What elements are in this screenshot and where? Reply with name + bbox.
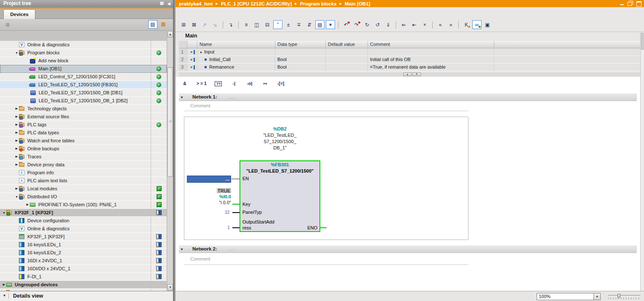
restore-icon[interactable] xyxy=(628,1,633,6)
tree-item-led-testled-s7-1200-1500-db-db1[interactable]: LED_TestLED_S7_1200/1500_DB [DB1] xyxy=(0,89,167,97)
tree-item-program-info[interactable]: iProgram info xyxy=(0,169,167,177)
tree-item-led-testled-s7-1200-1500-db-1-db2[interactable]: LED_TestLED_S7_1200/1500_DB_1 [DB2] xyxy=(0,97,167,105)
collapse-panel-icon[interactable]: ◀ xyxy=(167,0,170,7)
tree-item-kp32f-1-kp32f[interactable]: KP32F_1 [KP32F]! xyxy=(0,233,167,241)
expand-arrow-icon[interactable]: ▼ xyxy=(2,211,6,214)
insert-network-icon[interactable]: ⊞ xyxy=(179,20,188,29)
snapshots-icon[interactable]: ▣ xyxy=(483,20,492,29)
en-operand-input[interactable]: ... xyxy=(187,176,231,183)
split-editor-vertical-icon[interactable]: ⊟ xyxy=(263,20,272,29)
cell-comment[interactable]: Initial call of this OB xyxy=(368,56,494,64)
collapse-network-icon[interactable]: ▼ xyxy=(180,248,184,251)
network-1-comment[interactable]: Comment xyxy=(190,103,210,108)
call-hierarchy-icon[interactable]: ⇤ xyxy=(410,20,419,29)
tree-item-plc-data-types[interactable]: ▶PLC data types xyxy=(0,129,167,137)
update-block-calls-icon[interactable]: ↻ xyxy=(362,20,372,29)
expand-arrow-icon[interactable]: ▼ xyxy=(14,195,19,198)
favorite-instruction-[interactable]: & xyxy=(179,78,191,89)
align-operands-icon[interactable]: ≡ xyxy=(242,20,251,29)
cell-default-value[interactable] xyxy=(326,56,368,64)
paneltyp-operand[interactable]: 32 xyxy=(187,209,230,215)
breadcrumb-item-praktyka4-hmi[interactable]: praktyka4_hmi xyxy=(179,1,213,6)
expand-all-networks-icon[interactable]: ⇵ xyxy=(305,20,314,29)
network-1-header[interactable]: ▼ Network 1: ..... xyxy=(179,93,637,101)
fb-call-block[interactable]: %FB301 "LED_TestLED_S7_1200/1500" EN Key… xyxy=(240,160,320,232)
tree-item-16-keys-leds-1[interactable]: 16 keys/LEDs_1! xyxy=(0,241,167,249)
network-2-header[interactable]: ▼ Network 2: ..... xyxy=(179,245,637,253)
tree-item-f-di-1[interactable]: F-DI_1! xyxy=(0,273,167,281)
column-header-default-value[interactable]: Default value xyxy=(326,41,368,48)
expand-arrow-icon[interactable]: ▶ xyxy=(14,155,19,158)
open-editors-icon[interactable]: ▦ xyxy=(159,20,168,29)
instance-db-reference[interactable]: %DB2 "LED_TestLED_ S7_1200/1500_ DB_1" xyxy=(239,126,321,151)
tree-item-led-control-s7-1200-1500-fc301[interactable]: LED_Control_S7_1200/1500 [FC301] xyxy=(0,73,167,81)
expand-arrow-icon[interactable]: ▶ xyxy=(14,123,19,126)
tree-item-kp32f-1-kp32f[interactable]: ▼KP32F_1 [KP32F]! xyxy=(0,209,167,217)
column-header-data-type[interactable]: Data type xyxy=(275,41,326,48)
display-format-toggle-icon[interactable]: ▤ xyxy=(315,20,325,29)
column-header-name[interactable]: Name xyxy=(197,41,275,48)
breadcrumb-item-program-blocks[interactable]: Program blocks xyxy=(300,1,337,6)
collapse-network-icon[interactable]: ▼ xyxy=(180,96,184,99)
table-row[interactable]: 3◄RemanenceBool=True, if remanent data a… xyxy=(179,64,640,71)
splitter-down-icon[interactable]: ▼ xyxy=(412,72,421,76)
tree-item-16di-x-24vdc-1[interactable]: 16DI x 24VDC_1! xyxy=(0,257,167,265)
tree-item-16di-do-x-24vdc-1[interactable]: 16DI/DO x 24VDC_1! xyxy=(0,265,167,273)
tree-item-ungrouped-devices[interactable]: ▶Ungrouped devices xyxy=(0,281,167,289)
pin-en[interactable]: EN xyxy=(242,176,249,181)
tab-devices[interactable]: Devices xyxy=(3,9,35,19)
scroll-down-icon[interactable]: ▼ xyxy=(168,284,173,290)
maximize-icon[interactable] xyxy=(636,1,641,6)
expand-arrow-icon[interactable]: ▶ xyxy=(14,131,19,134)
cut-network-icon[interactable]: × xyxy=(420,20,429,29)
expand-operands-icon[interactable]: ± xyxy=(284,20,293,29)
table-splitter[interactable]: ▲ ▼ xyxy=(179,72,640,76)
cell-name[interactable]: Remanence xyxy=(197,64,275,71)
favorite-instruction-[interactable]: -[=] xyxy=(275,78,287,89)
cell-comment[interactable] xyxy=(368,48,494,56)
add-row-icon[interactable]: ⇘ xyxy=(210,20,220,29)
favorite-instruction-o[interactable]: -o| xyxy=(244,78,255,89)
expand-arrow-icon[interactable]: ▶ xyxy=(14,107,19,110)
monitoring-toggle-icon[interactable]: ∞ xyxy=(472,20,482,29)
table-row[interactable]: 2◄Initial_CallBoolInitial call of this O… xyxy=(179,56,640,64)
breadcrumb-item-plc-1-cpu-1212c-ac-dc-rly[interactable]: PLC_1 [CPU 1212C AC/DC/Rly] xyxy=(221,1,292,6)
tree-item-16-keys-leds-2[interactable]: 16 keys/LEDs_2! xyxy=(0,249,167,257)
favorites-display-toggle-icon[interactable]: ✶ xyxy=(326,20,335,29)
pin-paneltyp[interactable]: PanelTyp xyxy=(242,210,262,215)
previous-error-icon[interactable]: ↶ xyxy=(341,20,351,29)
tree-item-profinet-io-system-100-pn-ie-1[interactable]: ▶PROFINET IO-System (100): PN/IE_1✓ xyxy=(0,201,167,209)
access-protection-icon[interactable]: K xyxy=(462,20,471,29)
tree-item-plc-tags[interactable]: ▶PLC tags xyxy=(0,121,167,129)
favorite-instruction-[interactable]: ↦ xyxy=(259,78,271,89)
pin-key[interactable]: Key xyxy=(242,202,250,207)
expand-arrow-icon[interactable]: ▶ xyxy=(14,139,19,142)
favorite-instruction-1[interactable]: > = 1 xyxy=(194,78,209,89)
tree-item-device-proxy-data[interactable]: ▶Device proxy data xyxy=(0,161,167,169)
cell-datatype[interactable]: Bool xyxy=(275,56,326,64)
tree-item-add-new-block[interactable]: ★Add new block xyxy=(0,57,167,65)
expand-arrow-icon[interactable]: ▼ xyxy=(14,51,19,54)
tree-item-traces[interactable]: ▶Traces xyxy=(0,153,167,161)
splitter-up-icon[interactable]: ▲ xyxy=(403,72,412,76)
network-2-comment[interactable]: Comment xyxy=(190,256,210,261)
tree-item-online-diagnostics[interactable]: VOnline & diagnostics xyxy=(0,225,167,233)
favorite-instruction-[interactable]: -| xyxy=(228,78,240,89)
expand-arrow-icon[interactable]: ▶ xyxy=(25,203,30,206)
columns-icon[interactable]: Ⅲ xyxy=(160,0,164,7)
navigate-back-icon[interactable]: « xyxy=(436,20,445,29)
scrollbar-thumb[interactable] xyxy=(641,33,644,50)
cell-default-value[interactable] xyxy=(326,64,368,71)
goto-block-icon[interactable]: ↴ xyxy=(226,20,235,29)
chevron-down-icon[interactable]: ▾ xyxy=(3,293,5,298)
details-view-toggle-icon[interactable]: ▤ xyxy=(148,20,157,29)
delete-network-icon[interactable]: ⊠ xyxy=(189,20,199,29)
favorite-instruction-[interactable]: ?? xyxy=(213,78,224,89)
pin-outputstartaddress[interactable]: ress xyxy=(242,225,251,230)
network-2-title-placeholder[interactable]: ..... xyxy=(227,246,236,251)
network-1-title-placeholder[interactable]: ..... xyxy=(227,94,236,99)
scrollbar-thumb[interactable] xyxy=(168,67,173,177)
tree-item-online-diagnostics[interactable]: VOnline & diagnostics xyxy=(0,41,167,49)
refresh-consistency-icon[interactable]: ↺ xyxy=(373,20,382,29)
collapse-operands-icon[interactable]: ∓ xyxy=(294,20,303,29)
